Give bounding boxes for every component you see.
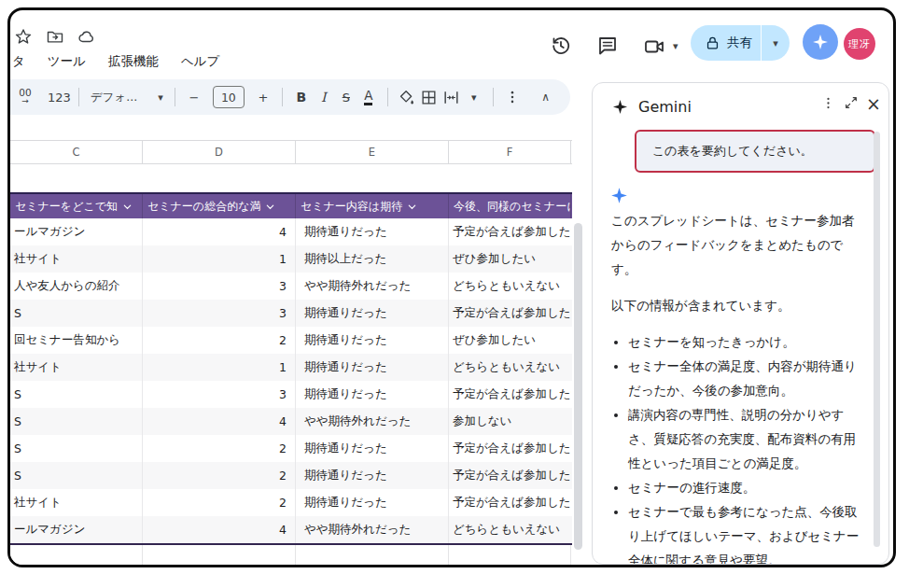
header-cell-d[interactable]: セミナーの総合的な満 (143, 194, 296, 218)
star-icon[interactable] (14, 27, 33, 46)
empty-grid-row[interactable] (10, 545, 572, 567)
menu-item-partial[interactable]: タ (12, 53, 25, 70)
cell-rating[interactable]: 4 (143, 408, 296, 435)
cell-expectation[interactable]: やや期待外れだった (296, 516, 449, 543)
cell-rating[interactable]: 3 (143, 273, 296, 300)
cell-expectation[interactable]: 期待以上だった (296, 245, 449, 273)
close-panel-icon[interactable]: × (866, 95, 881, 113)
cell-expectation[interactable]: 期待通りだった (296, 354, 449, 381)
cell-expectation[interactable]: 期待通りだった (296, 381, 449, 408)
share-button[interactable]: 共有 ▾ (691, 25, 790, 61)
cell-intent[interactable]: 予定が合えば参加したい (449, 218, 571, 245)
collapse-toolbar-icon[interactable]: ∧ (541, 91, 550, 104)
cell-intent[interactable]: どちらともいえない (449, 273, 571, 300)
gemini-sparkle-icon (611, 98, 629, 116)
table-row: 社サイト 1 期待以上だった ぜひ参加したい (10, 245, 572, 273)
header-cell-e[interactable]: セミナー内容は期待 (296, 194, 449, 218)
cell-source[interactable]: 社サイト (10, 489, 143, 516)
font-selector[interactable]: デフォ... ▾ (87, 85, 167, 109)
fill-color-button[interactable] (396, 85, 418, 109)
cell-source[interactable]: ールマガジン (10, 516, 143, 543)
cell-expectation[interactable]: 期待通りだった (296, 462, 449, 489)
cell-rating[interactable]: 2 (143, 327, 296, 354)
cell-expectation[interactable]: 期待通りだった (296, 327, 449, 354)
merge-caret-icon[interactable]: ▾ (463, 85, 485, 109)
cell-expectation[interactable]: やや期待外れだった (296, 273, 449, 300)
cell-expectation[interactable]: 期待通りだった (296, 435, 449, 462)
cell-rating[interactable]: 1 (143, 245, 296, 273)
cell-intent[interactable]: 予定が合えば参加したい (449, 300, 571, 327)
cell-expectation[interactable]: 期待通りだった (296, 218, 449, 245)
cell-source[interactable]: 社サイト (10, 354, 143, 381)
column-letter-e[interactable]: E (296, 141, 449, 163)
toolbar-divider (175, 88, 175, 106)
sheet-scrollbar[interactable] (574, 223, 582, 550)
text-color-button[interactable]: A (364, 89, 372, 105)
cell-intent[interactable]: 参加しない (449, 408, 571, 435)
expand-panel-icon[interactable] (844, 95, 859, 113)
avatar[interactable]: 理冴 (844, 28, 875, 60)
gemini-button[interactable] (803, 24, 838, 60)
empty-row[interactable] (10, 164, 572, 192)
cell-rating[interactable]: 2 (143, 489, 296, 516)
header-cell-c[interactable]: セミナーをどこで知 (10, 194, 143, 218)
font-size-input[interactable]: 10 (213, 86, 245, 108)
cell-source[interactable]: S (10, 381, 143, 408)
merge-cells-button[interactable] (441, 85, 463, 109)
header-cell-f[interactable]: 今後、同様のセミナーに (449, 194, 571, 218)
cell-intent[interactable]: ぜひ参加したい (449, 245, 571, 273)
move-folder-icon[interactable] (46, 27, 64, 46)
cell-rating[interactable]: 2 (143, 435, 296, 462)
cell-intent[interactable]: 予定が合えば参加したい (449, 489, 571, 516)
cloud-saved-icon[interactable] (77, 27, 96, 46)
response-intro: このスプレッドシートは、セミナー参加者からのフィードバックをまとめたものです。 (611, 208, 864, 281)
column-letter-f[interactable]: F (449, 141, 571, 163)
bold-button[interactable]: B (290, 85, 313, 109)
cell-source[interactable]: 社サイト (10, 245, 143, 273)
cell-rating[interactable]: 2 (143, 462, 296, 489)
comment-icon[interactable] (596, 35, 619, 57)
cell-source[interactable]: S (10, 462, 143, 489)
cell-intent[interactable]: ぜひ参加したい (449, 327, 571, 354)
cell-expectation[interactable]: 期待通りだった (296, 300, 449, 327)
video-call-icon[interactable] (643, 35, 665, 58)
cell-source[interactable]: S (10, 300, 143, 327)
cell-rating[interactable]: 4 (143, 516, 296, 543)
cell-rating[interactable]: 1 (143, 354, 296, 381)
cell-intent[interactable]: どちらともいえない (449, 516, 571, 543)
cell-expectation[interactable]: やや期待外れだった (296, 408, 449, 435)
cell-rating[interactable]: 4 (143, 218, 296, 245)
share-caret-icon[interactable]: ▾ (762, 37, 790, 49)
decimal-places-button[interactable]: 00 → (14, 85, 36, 109)
menu-item-tools[interactable]: ツール (48, 53, 86, 70)
italic-button[interactable]: I (313, 85, 335, 109)
borders-button[interactable] (418, 85, 441, 109)
arrow-right-icon: → (21, 97, 29, 105)
increase-font-button[interactable]: + (252, 85, 274, 109)
cell-intent[interactable]: どちらともいえない (449, 354, 571, 381)
strikethrough-button[interactable]: S (335, 85, 357, 109)
video-caret-icon[interactable]: ▾ (673, 40, 678, 52)
cell-rating[interactable]: 3 (143, 300, 296, 327)
version-history-icon[interactable] (550, 35, 572, 57)
panel-more-icon[interactable] (820, 95, 836, 113)
cell-source[interactable]: ールマガジン (10, 218, 143, 245)
cell-source[interactable]: S (10, 408, 143, 435)
more-options-icon[interactable] (501, 85, 524, 109)
column-letter-d[interactable]: D (143, 141, 296, 163)
menu-item-help[interactable]: ヘルプ (181, 53, 219, 70)
cell-source[interactable]: 回セミナー告知から (10, 327, 143, 354)
borders-grid-icon (420, 89, 438, 106)
menu-item-extensions[interactable]: 拡張機能 (108, 53, 159, 70)
cell-expectation[interactable]: 期待通りだった (296, 489, 449, 516)
cell-source[interactable]: 人や友人からの紹介 (10, 273, 143, 300)
cell-intent[interactable]: 予定が合えば参加したい (449, 435, 571, 462)
cell-intent[interactable]: 予定が合えば参加したい (449, 381, 571, 408)
cell-intent[interactable]: 予定が合えば参加したい (449, 462, 571, 489)
number-format-button[interactable]: 123 (48, 85, 71, 109)
column-letter-c[interactable]: C (10, 141, 143, 163)
decrease-font-button[interactable]: − (183, 85, 205, 109)
cell-rating[interactable]: 3 (143, 381, 296, 408)
panel-scrollbar[interactable] (874, 132, 880, 547)
cell-source[interactable]: S (10, 435, 143, 462)
